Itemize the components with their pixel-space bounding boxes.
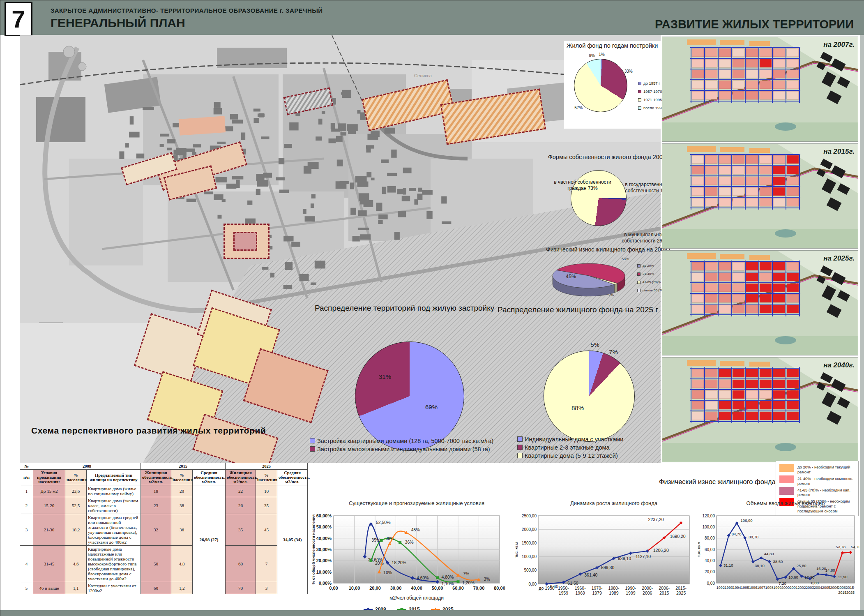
color-swatch-icon xyxy=(310,446,315,452)
svg-text:44,80: 44,80 xyxy=(764,551,774,556)
svg-text:1206,20: 1206,20 xyxy=(653,548,669,553)
svg-text:2015-: 2015- xyxy=(675,586,687,591)
pie-percent-label: 69% xyxy=(425,404,438,411)
section-title: РАЗВИТИЕ ЖИЛЫХ ТЕРРИТОРИИ xyxy=(655,18,854,31)
scheme-title: Схема перспективного развития жилых терр… xyxy=(31,426,266,436)
svg-text:45%: 45% xyxy=(566,274,576,279)
svg-text:7%: 7% xyxy=(463,571,469,576)
pie-fund-legend: Индивидуальные дома с участкамиКвартирны… xyxy=(517,434,623,460)
svg-text:4,60%: 4,60% xyxy=(417,575,429,580)
table-row: 1До 15 м223,6Квартирные дома (жилье по с… xyxy=(20,485,308,497)
color-swatch-icon xyxy=(517,436,523,442)
table-row: 431-454,6Квартирные дома малоэтажные или… xyxy=(20,546,308,582)
svg-text:361,40: 361,40 xyxy=(584,572,597,577)
svg-text:тыс. кв.м: тыс. кв.м xyxy=(514,542,518,558)
page-title: ГЕНЕРАЛЬНЫЙ ПЛАН xyxy=(51,16,185,30)
svg-text:84,70: 84,70 xyxy=(732,532,742,536)
color-swatch-icon xyxy=(779,464,794,472)
svg-text:1993: 1993 xyxy=(725,586,733,590)
legend-item: после 1995 xyxy=(638,104,664,111)
svg-text:80,00: 80,00 xyxy=(494,586,505,591)
page-number: 7 xyxy=(5,2,32,36)
svg-text:1979: 1979 xyxy=(592,591,602,595)
svg-text:60,00: 60,00 xyxy=(705,547,715,552)
svg-text:0,60: 0,60 xyxy=(550,584,558,589)
svg-text:7,20: 7,20 xyxy=(779,581,786,586)
svg-text:2000: 2000 xyxy=(781,586,790,590)
svg-text:53%: 53% xyxy=(622,257,629,261)
pie-percent-label: 9% xyxy=(589,53,595,58)
svg-text:2003: 2003 xyxy=(806,586,814,590)
svg-text:0,00%: 0,00% xyxy=(319,581,332,586)
legend-item: Квартирные дома (5-9-12 этажей) xyxy=(517,452,623,459)
svg-text:4,80%: 4,80% xyxy=(442,574,454,579)
svg-text:30,00: 30,00 xyxy=(390,586,402,591)
svg-text:35%: 35% xyxy=(371,538,380,542)
svg-text:25,80: 25,80 xyxy=(797,563,806,568)
svg-text:54,70: 54,70 xyxy=(851,544,861,549)
pie-territory: 69%31% xyxy=(355,341,463,450)
svg-text:1959: 1959 xyxy=(559,591,569,595)
wear-map-panel: на 2040г. xyxy=(662,357,858,462)
svg-text:10,60: 10,60 xyxy=(788,575,798,579)
pie-percent-label: 31% xyxy=(379,373,391,380)
svg-text:1,20%: 1,20% xyxy=(462,580,475,585)
svg-text:80,00: 80,00 xyxy=(705,536,715,540)
svg-text:20,00: 20,00 xyxy=(369,586,381,591)
pie-percent-label: 1% xyxy=(599,52,604,57)
pie-wear-3d: Физический износ жилищного фонда на 2008… xyxy=(546,246,675,306)
svg-text:40,00: 40,00 xyxy=(705,558,715,563)
svg-text:100,00: 100,00 xyxy=(702,525,715,529)
svg-text:0,00: 0,00 xyxy=(529,582,537,586)
pie-percent-label: 33% xyxy=(624,69,633,74)
svg-text:80,70: 80,70 xyxy=(749,535,758,539)
svg-text:1995: 1995 xyxy=(741,586,749,590)
svg-text:16,20: 16,20 xyxy=(816,566,826,571)
chart-annual-input: Объемы ввода жилья ежегодно0,0020,0040,0… xyxy=(695,488,861,614)
svg-text:1980-: 1980- xyxy=(608,586,620,591)
svg-text:1996: 1996 xyxy=(749,586,757,590)
wear-map-panel: на 2007г. xyxy=(662,37,858,142)
pie-legend: до 1957 г1957-19701971-1995после 1995 xyxy=(638,78,664,112)
svg-text:40,00%: 40,00% xyxy=(316,536,332,541)
pie-percent-label: 5% xyxy=(590,341,599,348)
wear-map-panel: на 2015г. xyxy=(662,143,858,249)
color-swatch-icon xyxy=(637,272,641,276)
pie-percent-label: 7% xyxy=(609,348,618,355)
svg-text:20,00%: 20,00% xyxy=(316,558,332,563)
table-row: 321-3018,2Квартирные дома средней или по… xyxy=(20,514,308,546)
svg-text:2015-: 2015- xyxy=(846,586,855,590)
pie-chart: 69%31% xyxy=(355,341,464,451)
development-zone xyxy=(179,116,226,136)
legend-item: до 1957 г xyxy=(638,79,664,87)
pie-percent-label: 88% xyxy=(571,404,584,411)
chart-fund-growth: Динамика роста жилищного фонда0,00500,00… xyxy=(513,488,697,614)
svg-text:на 2007г.: на 2007г. xyxy=(823,41,855,48)
legend-item: 1971-1995 xyxy=(638,96,664,103)
legend-item: Индивидуальные дома с участками xyxy=(517,435,623,443)
svg-text:1960-: 1960- xyxy=(575,586,586,591)
svg-text:тыс. кв.м: тыс. кв.м xyxy=(697,542,701,557)
svg-text:% от общей численности населен: % от общей численности населения xyxy=(311,514,316,585)
svg-text:2000,00: 2000,00 xyxy=(522,527,537,532)
svg-text:1969: 1969 xyxy=(576,591,585,595)
svg-text:61,50: 61,50 xyxy=(567,581,578,586)
svg-text:1000,00: 1000,00 xyxy=(522,554,537,559)
svg-text:599,30: 599,30 xyxy=(601,565,614,570)
svg-text:1970-: 1970- xyxy=(592,586,603,591)
svg-text:2015: 2015 xyxy=(659,591,669,595)
svg-text:30,00%: 30,00% xyxy=(316,547,332,552)
svg-text:45%: 45% xyxy=(411,527,420,532)
wear-map-panel: на 2025г. xyxy=(662,250,858,355)
legend-item: Застройка квартирными домами (128 га, 50… xyxy=(310,437,493,444)
svg-text:14,80: 14,80 xyxy=(825,568,835,572)
svg-text:2015: 2015 xyxy=(838,591,846,595)
svg-text:10,00%: 10,00% xyxy=(316,570,332,574)
color-swatch-icon xyxy=(638,90,641,93)
svg-text:1989: 1989 xyxy=(609,591,619,595)
svg-text:2005: 2005 xyxy=(822,586,830,590)
svg-text:Объемы ввода жилья ежегодно: Объемы ввода жилья ежегодно xyxy=(746,500,825,506)
svg-text:2025: 2025 xyxy=(846,591,855,595)
footer-strip xyxy=(0,610,864,616)
color-swatch-icon xyxy=(310,438,315,443)
